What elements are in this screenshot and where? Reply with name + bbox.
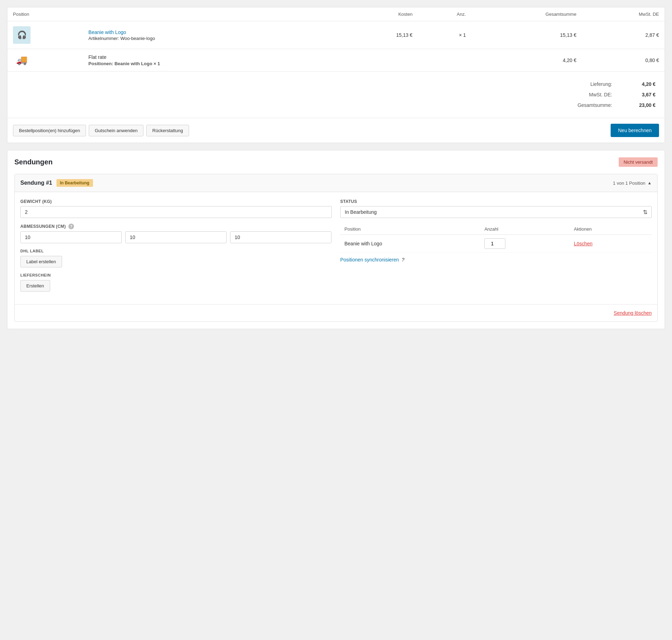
sendungen-card: Sendungen Nicht versandt Sendung #1 In B… [7, 150, 665, 329]
label-erstellen-button[interactable]: Label erstellen [20, 256, 62, 267]
nicht-versandt-badge: Nicht versandt [619, 157, 658, 167]
shipment-right-col: Status In Bearbeitung Versendet Zugestel… [340, 199, 652, 297]
status-label: Status [340, 199, 652, 204]
abmessungen-label-text: Abmessungen (cm) [20, 224, 66, 229]
dhl-group: DHL LABEL Label erstellen [20, 249, 332, 267]
product-link[interactable]: Beanie with Logo [88, 29, 340, 35]
shipping-positions: Positionen: Beanie with Logo × 1 [88, 61, 340, 66]
lieferung-value: 4,20 € [616, 79, 658, 89]
dhl-section-label: DHL LABEL [20, 249, 332, 253]
shipment-footer: Sendung löschen [15, 304, 657, 321]
gewicht-group: Gewicht (kg) [20, 199, 332, 218]
product-mwst: 2,87 € [582, 21, 665, 49]
mwst-label: MwSt. DE: [537, 90, 615, 100]
totals-mwst-row: MwSt. DE: 3,67 € [537, 90, 658, 100]
shipping-mwst: 0,80 € [582, 49, 665, 72]
position-name-cell: Beanie with Logo [340, 235, 480, 253]
totals-lieferung-row: Lieferung: 4,20 € [537, 79, 658, 89]
neu-berechnen-button[interactable]: Neu berechnen [611, 124, 659, 137]
gesamtsumme-label: Gesamtsumme: [537, 100, 615, 110]
abmessungen-label: Abmessungen (cm) ? [20, 224, 332, 229]
product-gesamtsumme: 15,13 € [471, 21, 582, 49]
collapse-icon[interactable]: ▲ [647, 181, 652, 185]
product-info-cell: Beanie with Logo Artikelnummer: Woo-bean… [83, 21, 346, 49]
position-anzahl-input[interactable] [484, 238, 505, 249]
shipment-block: Sendung #1 In Bearbeitung 1 von 1 Positi… [14, 174, 658, 322]
shipping-info-cell: Flat rate Positionen: Beanie with Logo ×… [83, 49, 346, 72]
aktionen-col-header: Aktionen [570, 224, 652, 235]
sync-row: Positionen synchronisieren ? [340, 257, 652, 263]
status-group: Status In Bearbeitung Versendet Zugestel… [340, 199, 652, 218]
shipping-gesamtsumme: 4,20 € [471, 49, 582, 72]
status-select-wrapper: In Bearbeitung Versendet Zugestellt ⇅ [340, 206, 652, 218]
totals-table: Lieferung: 4,20 € MwSt. DE: 3,67 € Gesam… [536, 79, 659, 111]
shipment-left-col: Gewicht (kg) Abmessungen (cm) ? [20, 199, 332, 297]
loeschen-link[interactable]: Löschen [574, 241, 592, 246]
totals-section: Lieferung: 4,20 € MwSt. DE: 3,67 € Gesam… [7, 72, 665, 118]
order-items-card: Position Kosten Anz. Gesamtsumme MwSt. D… [7, 7, 665, 143]
sync-link[interactable]: Positionen synchronisieren [340, 257, 399, 263]
position-table-header-row: Position Anzahl Aktionen [340, 224, 652, 235]
shipment-grid: Gewicht (kg) Abmessungen (cm) ? [20, 199, 652, 297]
shipment-header: Sendung #1 In Bearbeitung 1 von 1 Positi… [15, 174, 657, 192]
shipping-thumbnail: 🚚 [13, 54, 31, 66]
erstellen-button[interactable]: Erstellen [20, 280, 50, 292]
col-gesamtsumme: Gesamtsumme [471, 7, 582, 21]
totals-gesamtsumme-row: Gesamtsumme: 23,00 € [537, 100, 658, 110]
add-position-button[interactable]: Bestellposition(en) hinzufügen [13, 125, 86, 136]
col-position: Position [7, 7, 83, 21]
product-sku: Artikelnummer: Woo-beanie-logo [88, 36, 340, 41]
position-table-row: Beanie with Logo Löschen [340, 235, 652, 253]
shipment-title: Sendung #1 [20, 180, 52, 186]
anzahl-col-header: Anzahl [480, 224, 570, 235]
product-multiplier: × 1 [418, 21, 471, 49]
shipping-anzahl [418, 49, 471, 72]
position-col-header: Position [340, 224, 480, 235]
status-select[interactable]: In Bearbeitung Versendet Zugestellt [340, 206, 652, 218]
rueckerstattung-button[interactable]: Rückerstattung [146, 125, 189, 136]
dim2-input[interactable] [125, 231, 227, 243]
lieferschein-label: LIEFERSCHEIN [20, 273, 332, 277]
shipping-name: Flat rate [88, 54, 340, 60]
order-table: Position Kosten Anz. Gesamtsumme MwSt. D… [7, 7, 665, 72]
sendungen-title: Sendungen [14, 158, 53, 166]
dim3-input[interactable] [230, 231, 331, 243]
gesamtsumme-value: 23,00 € [616, 100, 658, 110]
abmessungen-group: Abmessungen (cm) ? [20, 224, 332, 243]
product-thumbnail: 🎧 [13, 26, 31, 44]
product-row: 🎧 Beanie with Logo Artikelnummer: Woo-be… [7, 21, 665, 49]
dim1-input[interactable] [20, 231, 122, 243]
sendung-loeschen-link[interactable]: Sendung löschen [614, 310, 652, 316]
product-kosten: 15,13 € [346, 21, 418, 49]
positions-label: Positionen: [88, 61, 113, 66]
shipping-thumb-cell: 🚚 [7, 49, 83, 72]
gewicht-input[interactable] [20, 206, 332, 218]
mwst-value: 3,67 € [616, 90, 658, 100]
col-mwst: MwSt. DE [582, 7, 665, 21]
action-bar: Bestellposition(en) hinzufügen Gutschein… [7, 118, 665, 143]
col-kosten: Kosten [346, 7, 418, 21]
shipment-body: Gewicht (kg) Abmessungen (cm) ? [15, 192, 657, 304]
sync-help-icon[interactable]: ? [402, 257, 404, 263]
positions-count: 1 von 1 Position [613, 181, 646, 186]
gutschein-button[interactable]: Gutschein anwenden [89, 125, 143, 136]
sku-value: Woo-beanie-logo [120, 36, 155, 41]
sendungen-header: Sendungen Nicht versandt [14, 157, 658, 167]
lieferschein-group: LIEFERSCHEIN Erstellen [20, 273, 332, 292]
positions-value: Beanie with Logo × 1 [114, 61, 160, 66]
dimensions-row [20, 231, 332, 243]
shipment-positions-info: 1 von 1 Position ▲ [613, 181, 652, 186]
lieferung-label: Lieferung: [537, 79, 615, 89]
sku-label: Artikelnummer: [88, 36, 119, 41]
position-anzahl-cell [480, 235, 570, 253]
abmessungen-help-icon[interactable]: ? [68, 224, 74, 229]
position-table: Position Anzahl Aktionen Beanie with Log… [340, 224, 652, 253]
shipping-row: 🚚 Flat rate Positionen: Beanie with Logo… [7, 49, 665, 72]
shipping-kosten [346, 49, 418, 72]
col-anzahl: Anz. [418, 7, 471, 21]
gewicht-label: Gewicht (kg) [20, 199, 332, 204]
in-bearbeitung-badge: In Bearbeitung [56, 179, 93, 187]
position-aktionen-cell: Löschen [570, 235, 652, 253]
col-spacer [83, 7, 346, 21]
product-thumb-cell: 🎧 [7, 21, 83, 49]
